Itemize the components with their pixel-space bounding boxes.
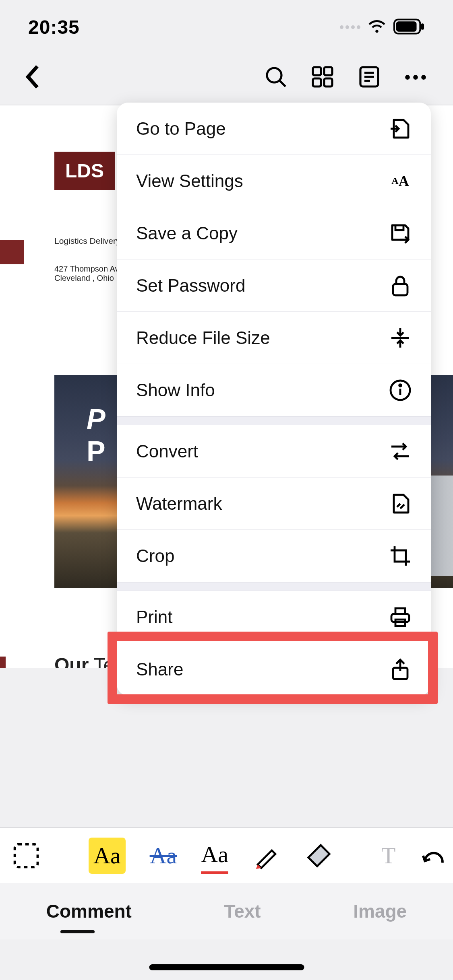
svg-rect-20 <box>391 614 409 622</box>
svg-point-17 <box>399 384 401 386</box>
compress-icon <box>389 327 412 349</box>
menu-set-password[interactable]: Set Password <box>117 259 431 312</box>
menu-view-settings[interactable]: View Settings AA <box>117 155 431 207</box>
svg-point-3 <box>267 68 281 82</box>
menu-convert[interactable]: Convert <box>117 425 431 478</box>
status-right <box>340 17 425 37</box>
menu-separator <box>117 416 431 425</box>
watermark-icon <box>389 492 412 515</box>
menu-label: Show Info <box>136 380 215 400</box>
strikethrough-tool[interactable]: Aa <box>150 838 177 874</box>
nav-bar: ••• <box>0 54 453 105</box>
menu-label: Reduce File Size <box>136 328 270 348</box>
svg-rect-2 <box>421 23 424 30</box>
back-button[interactable] <box>24 65 41 90</box>
tab-text[interactable]: Text <box>224 900 261 922</box>
highlight-tool[interactable]: Aa <box>89 838 126 874</box>
more-button[interactable]: ••• <box>405 68 429 86</box>
status-time: 20:35 <box>28 16 80 38</box>
menu-label: Share <box>136 659 183 679</box>
svg-line-19 <box>400 504 404 509</box>
undo-button[interactable] <box>420 838 448 874</box>
svg-rect-21 <box>395 608 405 614</box>
svg-rect-5 <box>313 67 321 75</box>
svg-rect-24 <box>15 844 38 867</box>
cellular-dots-icon <box>340 25 360 29</box>
menu-go-to-page[interactable]: Go to Page <box>117 103 431 155</box>
menu-label: Convert <box>136 441 198 461</box>
tab-comment[interactable]: Comment <box>46 900 132 922</box>
svg-rect-13 <box>393 284 407 295</box>
overflow-menu: Go to Page View Settings AA Save a Copy … <box>117 103 431 696</box>
hero-text-1: P <box>87 403 106 435</box>
menu-show-info[interactable]: Show Info <box>117 364 431 416</box>
menu-label: Print <box>136 607 172 627</box>
text-size-icon: AA <box>389 170 412 192</box>
menu-watermark[interactable]: Watermark <box>117 478 431 530</box>
status-bar: 20:35 <box>0 0 453 54</box>
convert-icon <box>389 440 412 463</box>
battery-icon <box>393 19 425 36</box>
active-tab-indicator <box>60 930 95 933</box>
doc-address-1: 427 Thompson Ave. <box>54 264 126 274</box>
svg-line-4 <box>280 81 285 86</box>
menu-label: Set Password <box>136 276 245 296</box>
lock-icon <box>389 274 412 297</box>
search-button[interactable] <box>265 66 287 90</box>
menu-label: Go to Page <box>136 119 226 139</box>
go-to-page-icon <box>389 117 412 140</box>
save-copy-icon <box>389 222 412 245</box>
side-accent <box>0 240 24 264</box>
menu-label: Save a Copy <box>136 223 238 243</box>
menu-label: Crop <box>136 546 174 566</box>
menu-separator <box>117 582 431 591</box>
menu-crop[interactable]: Crop <box>117 530 431 582</box>
menu-reduce-file-size[interactable]: Reduce File Size <box>117 312 431 364</box>
svg-rect-1 <box>396 21 417 31</box>
underline-tool[interactable]: Aa <box>201 838 228 874</box>
menu-share[interactable]: Share <box>117 643 431 696</box>
svg-rect-8 <box>324 78 332 86</box>
annotation-toolbar: Aa Aa Aa T <box>0 827 453 883</box>
home-indicator[interactable] <box>149 964 304 970</box>
logo-badge: LDS <box>54 152 115 190</box>
eraser-tool[interactable] <box>305 838 333 874</box>
svg-rect-7 <box>313 78 321 86</box>
tab-image[interactable]: Image <box>353 900 407 922</box>
text-box-tool[interactable]: T <box>381 838 395 874</box>
thumbnails-button[interactable] <box>311 66 334 90</box>
menu-label: Watermark <box>136 494 222 514</box>
share-icon <box>389 658 412 681</box>
info-icon <box>389 379 412 401</box>
selection-tool[interactable] <box>12 838 40 874</box>
menu-print[interactable]: Print <box>117 591 431 643</box>
crop-icon <box>389 545 412 567</box>
hero-text-2: P <box>87 435 106 467</box>
wifi-icon <box>368 17 386 37</box>
svg-rect-6 <box>324 67 332 75</box>
menu-save-copy[interactable]: Save a Copy <box>117 207 431 259</box>
left-accent <box>0 657 6 668</box>
print-icon <box>389 606 412 628</box>
svg-line-18 <box>397 504 400 507</box>
menu-label: View Settings <box>136 171 243 191</box>
outline-button[interactable] <box>358 66 381 90</box>
pen-tool[interactable] <box>252 838 281 874</box>
